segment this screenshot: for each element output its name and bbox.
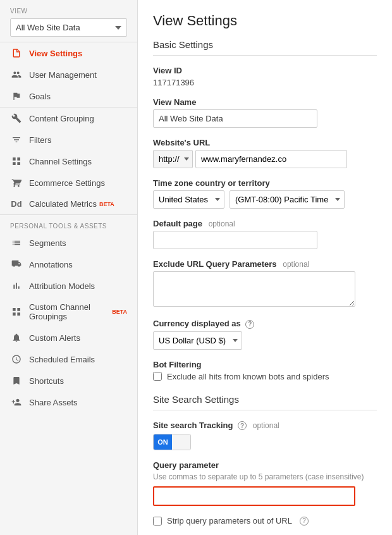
sidebar-item-label: Segments — [29, 238, 66, 248]
currency-help-icon[interactable]: ? — [245, 320, 254, 329]
sidebar-item-share-assets[interactable]: Share Assets — [0, 391, 137, 413]
website-url-label: Website's URL — [153, 138, 377, 147]
view-id-group: View ID 117171396 — [153, 66, 377, 87]
site-search-help-icon[interactable]: ? — [238, 421, 247, 430]
sidebar-item-label: Custom Channel Groupings — [29, 302, 109, 321]
sidebar-item-label: Custom Alerts — [29, 333, 80, 343]
cart-icon — [10, 178, 23, 188]
bot-filtering-text: Exclude all hits from known bots and spi… — [167, 372, 329, 381]
sidebar-item-label: Channel Settings — [29, 157, 92, 166]
sidebar-item-label: Share Assets — [29, 398, 78, 407]
timezone-group: Time zone country or territory United St… — [153, 178, 377, 209]
sidebar-item-view-settings[interactable]: View Settings — [0, 42, 137, 64]
sidebar-item-custom-channel-groupings[interactable]: Custom Channel Groupings BETA — [0, 297, 137, 327]
sidebar-item-label: Attribution Models — [29, 281, 95, 291]
grid2-icon — [10, 307, 23, 317]
sidebar-item-label: Shortcuts — [29, 376, 64, 386]
strip-query-checkbox[interactable] — [153, 517, 162, 526]
exclude-url-textarea[interactable] — [153, 271, 355, 307]
sidebar-item-calculated-metrics[interactable]: Dd Calculated Metrics BETA — [0, 194, 137, 214]
toggle-row: ON — [153, 434, 377, 450]
view-id-value: 117171396 — [153, 78, 377, 87]
currency-label: Currency displayed as ? — [153, 319, 377, 329]
view-name-group: View Name — [153, 97, 377, 128]
currency-select[interactable]: US Dollar (USD $) — [153, 331, 242, 350]
segments-icon — [10, 238, 23, 248]
sidebar-item-label: Ecommerce Settings — [29, 178, 105, 188]
site-search-optional: optional — [253, 421, 279, 430]
default-page-label: Default page optional — [153, 219, 377, 228]
people-icon — [10, 70, 23, 80]
page-title: View Settings — [153, 13, 377, 29]
sidebar-item-channel-settings[interactable]: Channel Settings — [0, 151, 137, 172]
view-label: VIEW — [10, 8, 127, 15]
default-page-optional: optional — [209, 219, 235, 228]
sidebar-item-label: Scheduled Emails — [29, 355, 95, 364]
bot-filtering-group: Bot Filtering Exclude all hits from know… — [153, 360, 377, 381]
sidebar-item-ecommerce-settings[interactable]: Ecommerce Settings — [0, 172, 137, 194]
sidebar-item-label: Filters — [29, 135, 51, 145]
bot-filtering-row: Exclude all hits from known bots and spi… — [153, 372, 377, 381]
website-url-group: Website's URL http:// — [153, 138, 377, 168]
site-search-section: Site Search Settings Site search Trackin… — [153, 394, 377, 535]
timezone-label: Time zone country or territory — [153, 178, 377, 188]
sidebar-item-shortcuts[interactable]: Shortcuts — [0, 370, 137, 391]
clock-icon — [10, 354, 23, 364]
sidebar-item-custom-alerts[interactable]: Custom Alerts — [0, 327, 137, 348]
sidebar-item-goals[interactable]: Goals — [0, 85, 137, 107]
site-search-tracking-label: Site search Tracking ? optional — [153, 421, 377, 431]
basic-settings-title: Basic Settings — [153, 39, 377, 56]
view-name-input[interactable] — [153, 109, 317, 128]
url-protocol-select[interactable]: http:// — [153, 150, 193, 168]
view-id-label: View ID — [153, 66, 377, 75]
bar-icon — [10, 281, 23, 291]
sidebar-item-filters[interactable]: Filters — [0, 129, 137, 151]
comment-icon — [10, 259, 23, 269]
sidebar-item-label: Content Grouping — [29, 114, 94, 123]
personal-section-label: PERSONAL TOOLS & ASSETS — [0, 215, 137, 232]
timezone-tz-select[interactable]: (GMT-08:00) Pacific Time — [230, 190, 345, 209]
timezone-country-select[interactable]: United States — [153, 190, 224, 209]
main-content: View Settings Basic Settings View ID 117… — [138, 0, 392, 535]
strip-query-help-icon[interactable]: ? — [300, 517, 309, 526]
flag-icon — [10, 91, 23, 101]
timezone-row: United States (GMT-08:00) Pacific Time — [153, 190, 377, 209]
file-icon — [10, 48, 23, 58]
default-page-input[interactable] — [153, 231, 317, 249]
view-name-label: View Name — [153, 97, 377, 107]
sidebar: VIEW All Web Site Data View Settings Use… — [0, 0, 138, 535]
strip-query-group: Strip query parameters out of URL ? — [153, 516, 377, 526]
toggle-on-label: ON — [154, 434, 172, 450]
default-page-group: Default page optional — [153, 219, 377, 249]
sidebar-item-scheduled-emails[interactable]: Scheduled Emails — [0, 348, 137, 370]
query-param-group: Query parameter Use commas to separate u… — [153, 460, 377, 506]
exclude-url-optional: optional — [283, 260, 309, 269]
sidebar-item-user-management[interactable]: User Management — [0, 64, 137, 85]
strip-query-text: Strip query parameters out of URL — [167, 516, 292, 526]
view-select[interactable]: All Web Site Data — [10, 18, 127, 37]
beta-badge-ccg: BETA — [112, 309, 127, 315]
exclude-url-group: Exclude URL Query Parameters optional — [153, 259, 377, 309]
view-section: VIEW All Web Site Data — [0, 0, 137, 42]
query-param-input[interactable] — [153, 486, 355, 506]
filter-icon — [10, 135, 23, 145]
wrench-icon — [10, 113, 23, 123]
url-input[interactable] — [195, 150, 347, 168]
bell-icon — [10, 333, 23, 343]
sidebar-item-content-grouping[interactable]: Content Grouping — [0, 108, 137, 129]
person-plus-icon — [10, 397, 23, 407]
sidebar-item-label: Calculated Metrics — [29, 199, 97, 209]
bot-filtering-checkbox[interactable] — [153, 372, 162, 381]
site-search-title: Site Search Settings — [153, 394, 377, 410]
sidebar-item-label: Goals — [29, 92, 51, 101]
query-param-label: Query parameter — [153, 460, 377, 470]
sidebar-item-label: Annotations — [29, 260, 73, 269]
sidebar-item-annotations[interactable]: Annotations — [0, 254, 137, 275]
toggle-off-part — [172, 434, 190, 450]
sidebar-item-attribution-models[interactable]: Attribution Models — [0, 275, 137, 297]
sidebar-item-label: View Settings — [29, 49, 82, 58]
exclude-url-label: Exclude URL Query Parameters optional — [153, 259, 377, 269]
site-search-toggle[interactable]: ON — [153, 434, 191, 450]
sidebar-item-segments[interactable]: Segments — [0, 232, 137, 254]
currency-group: Currency displayed as ? US Dollar (USD $… — [153, 319, 377, 350]
